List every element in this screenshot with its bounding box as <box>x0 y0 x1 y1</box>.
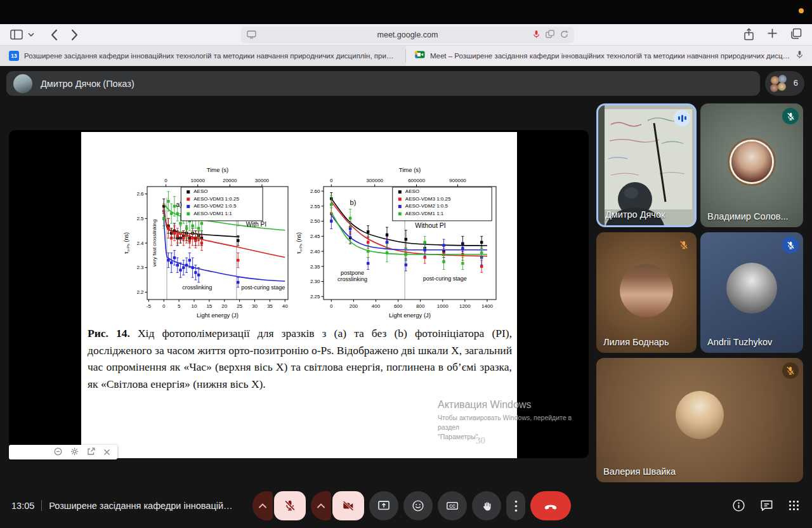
mic-off-icon <box>782 237 799 253</box>
svg-text:very fast crosslinking: very fast crosslinking <box>152 220 157 267</box>
svg-text:Time (s): Time (s) <box>399 166 421 173</box>
avatar <box>778 82 786 91</box>
reload-icon[interactable] <box>560 30 568 41</box>
svg-text:With PI: With PI <box>246 221 266 228</box>
svg-text:AESO-VDM3 1:0.25: AESO-VDM3 1:0.25 <box>405 196 451 202</box>
svg-text:b): b) <box>350 199 357 206</box>
chevron-down-icon[interactable] <box>28 32 34 37</box>
svg-text:20000: 20000 <box>223 178 237 183</box>
leave-call-button[interactable] <box>530 491 571 520</box>
call-controls: CC <box>252 491 571 520</box>
svg-text:2.6: 2.6 <box>136 191 144 197</box>
svg-text:AESO-VDM2 1:0.5: AESO-VDM2 1:0.5 <box>405 203 449 209</box>
more-options-button[interactable] <box>506 491 525 520</box>
translate-icon[interactable] <box>546 30 554 41</box>
svg-text:2.2: 2.2 <box>136 289 144 295</box>
tab-calendar[interactable]: 13 Розширене засідання кафедри інновацій… <box>0 46 405 66</box>
address-bar[interactable]: meet.google.com <box>241 27 574 43</box>
new-tab-icon[interactable] <box>767 28 778 43</box>
svg-text:400: 400 <box>372 303 381 309</box>
raise-hand-button[interactable] <box>472 491 501 520</box>
chart-b: 02004006008001000120014002.252.302.352.4… <box>294 165 504 320</box>
camera-off-button[interactable] <box>332 491 364 520</box>
tab-meet[interactable]: Meet – Розширене засідання кафедри іннов… <box>406 46 812 66</box>
participant-tile[interactable]: Andrii Tuzhykov <box>700 232 803 353</box>
voice-search-icon[interactable] <box>533 30 540 41</box>
svg-text:Without PI: Without PI <box>415 221 445 229</box>
svg-text:1200: 1200 <box>459 303 471 309</box>
mic-off-icon <box>782 362 799 379</box>
svg-text:crosslinking: crosslinking <box>182 284 212 291</box>
svg-text:0: 0 <box>164 178 167 183</box>
meet-app: Дмитро Дячок (Показ) 6 -5051015202530354… <box>0 66 812 528</box>
screen: meet.google.com <box>0 0 812 528</box>
captions-button[interactable]: CC <box>438 491 467 520</box>
camera-options-button[interactable] <box>311 491 331 520</box>
participant-name: Дмитро Дячок <box>605 209 665 220</box>
mic-muted-button[interactable] <box>274 491 306 520</box>
avatar <box>771 76 779 84</box>
figure-caption: Рис. 14. Хід фотополімеризації для зразк… <box>88 325 512 392</box>
participants-badge[interactable]: 6 <box>765 71 804 96</box>
sidebar-icon[interactable] <box>10 29 23 40</box>
svg-text:1000: 1000 <box>437 303 449 309</box>
caption-label: Рис. 14. <box>88 327 130 340</box>
reactions-button[interactable] <box>403 491 433 520</box>
svg-text:2.60: 2.60 <box>310 188 320 194</box>
participant-tile[interactable]: Владимир Солов... <box>700 103 803 227</box>
svg-text:10: 10 <box>192 303 197 309</box>
svg-text:15: 15 <box>206 303 212 309</box>
back-icon[interactable] <box>51 29 58 41</box>
tab-label: Meet – Розширене засідання кафедри іннов… <box>430 52 791 60</box>
participant-tile[interactable]: Лилия Боднарь <box>596 232 697 353</box>
tab-audio-icon[interactable] <box>796 50 803 62</box>
caption-text: Хід фотополімеризації для зразків з (a) … <box>88 327 512 390</box>
svg-text:40: 40 <box>282 303 288 309</box>
svg-text:0: 0 <box>330 178 333 183</box>
svg-text:AESO: AESO <box>405 188 419 194</box>
svg-text:600000: 600000 <box>408 178 425 183</box>
url-text: meet.google.com <box>241 30 574 39</box>
svg-text:10000: 10000 <box>191 178 206 183</box>
svg-text:800: 800 <box>416 303 425 309</box>
svg-text:postponecrosslinking: postponecrosslinking <box>337 270 367 282</box>
avatar <box>731 142 772 182</box>
svg-text:2.55: 2.55 <box>310 204 320 209</box>
presenter-name: Дмитро Дячок (Показ) <box>41 79 134 89</box>
present-screen-button[interactable] <box>369 491 398 520</box>
settings-gear-icon[interactable] <box>70 447 79 458</box>
svg-text:900000: 900000 <box>449 178 466 183</box>
svg-text:600: 600 <box>394 303 403 309</box>
hide-icon[interactable] <box>54 447 62 458</box>
close-icon[interactable] <box>103 447 110 458</box>
forward-icon[interactable] <box>71 29 78 41</box>
avatar <box>726 263 777 314</box>
svg-text:τo-Ps (ns): τo-Ps (ns) <box>296 232 303 254</box>
svg-text:35: 35 <box>267 303 273 309</box>
participant-tile[interactable]: Валерия Швайка <box>596 358 803 482</box>
svg-text:0: 0 <box>330 303 333 309</box>
screen-share-tile[interactable]: -505101520253035402.22.32.42.52.60100002… <box>9 130 589 458</box>
chat-icon[interactable] <box>759 498 774 515</box>
meeting-name: Розширене засідання кафедри інноваційн..… <box>49 501 234 511</box>
svg-text:Time (s): Time (s) <box>207 166 228 173</box>
svg-text:200: 200 <box>350 303 358 309</box>
svg-text:AESO-VDM1 1:1: AESO-VDM1 1:1 <box>405 211 444 216</box>
meet-favicon <box>415 50 425 62</box>
participant-name: Лилия Боднарь <box>603 337 669 347</box>
speaking-indicator <box>674 110 690 126</box>
participant-tile-video[interactable]: Дмитро Дячок <box>596 103 697 227</box>
apps-grid-icon[interactable] <box>787 499 801 515</box>
svg-text:τo-Ps (ns): τo-Ps (ns) <box>123 232 130 254</box>
open-in-new-icon[interactable] <box>87 447 95 458</box>
participant-name: Andrii Tuzhykov <box>707 337 772 347</box>
avatar <box>770 84 778 92</box>
svg-text:CC: CC <box>449 504 455 508</box>
share-icon[interactable] <box>743 28 754 43</box>
mic-options-button[interactable] <box>252 491 273 520</box>
svg-text:0: 0 <box>162 303 166 309</box>
meeting-details-icon[interactable] <box>731 498 746 515</box>
svg-text:25: 25 <box>237 303 242 309</box>
tab-overview-icon[interactable] <box>790 28 802 43</box>
svg-text:-5: -5 <box>147 303 152 309</box>
